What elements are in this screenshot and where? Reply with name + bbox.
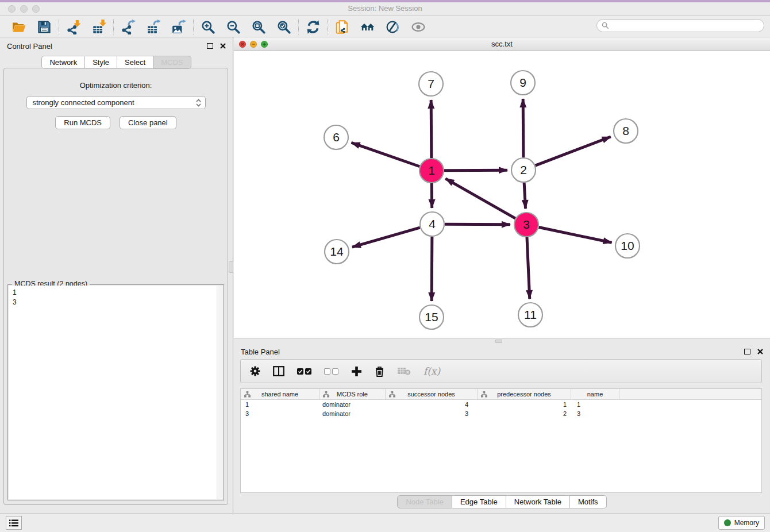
float-table-panel-icon[interactable] — [744, 349, 750, 354]
panel-splitter-grip[interactable] — [229, 261, 233, 273]
network-maximize-button[interactable] — [261, 41, 268, 48]
delete-table-button[interactable] — [397, 364, 411, 379]
tab-select[interactable]: Select — [117, 56, 153, 69]
cell-successor-nodes[interactable]: 3 — [386, 410, 478, 417]
graph-node-6[interactable]: 6 — [324, 125, 348, 149]
import-network-button[interactable] — [65, 18, 82, 36]
search-input[interactable] — [612, 22, 759, 30]
import-network-icon — [66, 20, 81, 34]
criterion-dropdown[interactable]: strongly connected component — [26, 96, 206, 109]
tab-network-table[interactable]: Network Table — [506, 495, 570, 508]
home-views-button[interactable] — [359, 18, 376, 36]
graph-edge-4-14[interactable] — [352, 228, 420, 247]
toggle-preview-button[interactable] — [410, 18, 427, 36]
zoom-in-button[interactable] — [199, 18, 217, 36]
zoom-fit-button[interactable] — [250, 18, 267, 36]
graph-edge-3-10[interactable] — [539, 228, 612, 243]
export-network-button[interactable] — [120, 18, 137, 36]
column-header-predecessor-nodes[interactable]: predecessor nodes — [478, 389, 571, 399]
graph-edge-4-3[interactable] — [445, 224, 510, 225]
graph-node-4[interactable]: 4 — [420, 212, 444, 236]
table-settings-button[interactable] — [250, 364, 260, 379]
graph-edge-2-3[interactable] — [524, 183, 525, 209]
zoom-out-button[interactable] — [225, 18, 242, 36]
cell-name[interactable]: 3 — [571, 410, 619, 417]
graph-node-9[interactable]: 9 — [511, 71, 535, 95]
network-close-button[interactable] — [239, 41, 246, 48]
function-builder-button[interactable]: f(x) — [424, 364, 440, 379]
column-header-mcds-role[interactable]: MCDS role — [319, 389, 386, 399]
column-header-shared-name[interactable]: shared name — [241, 389, 319, 399]
network-minimize-button[interactable] — [250, 41, 257, 48]
export-image-button[interactable] — [170, 18, 187, 36]
tab-motifs[interactable]: Motifs — [570, 495, 607, 508]
split-columns-button[interactable] — [273, 364, 284, 379]
cell-shared-name[interactable]: 3 — [241, 410, 319, 417]
task-history-button[interactable] — [6, 516, 22, 530]
mcds-result-text[interactable]: 1 3 — [9, 286, 223, 499]
hierarchy-icon — [481, 391, 487, 398]
table-panel: Table Panel — [234, 343, 770, 513]
graph-edge-1-6[interactable] — [351, 142, 419, 167]
result-scrollbar[interactable] — [217, 286, 223, 499]
zoom-selected-button[interactable] — [275, 18, 292, 36]
network-canvas[interactable]: 7968124314101511 — [234, 51, 770, 338]
graph-node-2[interactable]: 2 — [511, 158, 536, 182]
add-column-button[interactable] — [351, 364, 362, 379]
refresh-icon — [306, 20, 321, 34]
graph-node-15[interactable]: 15 — [419, 305, 444, 329]
horizontal-splitter[interactable] — [234, 338, 770, 343]
close-panel-button[interactable]: Close panel — [120, 116, 176, 129]
open-session-button[interactable] — [10, 18, 28, 36]
memory-button[interactable]: Memory — [718, 516, 765, 530]
refresh-network-button[interactable] — [305, 18, 322, 36]
network-graph[interactable]: 7968124314101511 — [234, 51, 770, 338]
tab-network[interactable]: Network — [41, 56, 85, 69]
deselect-all-columns-button[interactable] — [324, 364, 338, 379]
graph-node-1[interactable]: 1 — [419, 159, 444, 183]
cell-shared-name[interactable]: 1 — [241, 401, 319, 408]
graph-node-7[interactable]: 7 — [419, 72, 443, 96]
table-panel-title: Table Panel — [241, 348, 280, 356]
delete-column-button[interactable] — [375, 364, 384, 379]
graph-node-3[interactable]: 3 — [514, 213, 538, 237]
cell-successor-nodes[interactable]: 4 — [386, 401, 478, 408]
toggle-style-button[interactable] — [384, 18, 402, 36]
close-table-panel-icon[interactable] — [757, 346, 763, 357]
cell-name[interactable]: 1 — [571, 401, 619, 408]
tab-edge-table[interactable]: Edge Table — [452, 495, 506, 508]
select-all-columns-button[interactable] — [297, 364, 311, 379]
network-from-document-button[interactable] — [334, 18, 351, 36]
column-header-name[interactable]: name — [571, 389, 619, 399]
tab-style[interactable]: Style — [85, 56, 117, 69]
graph-node-14[interactable]: 14 — [325, 240, 349, 264]
graph-edge-2-9[interactable] — [523, 99, 523, 157]
import-table-button[interactable] — [90, 18, 107, 36]
cell-mcds-role[interactable]: dominator — [319, 401, 386, 408]
cell-predecessor-nodes[interactable]: 1 — [478, 401, 571, 408]
graph-edge-3-1[interactable] — [445, 179, 515, 218]
graph-node-10[interactable]: 10 — [615, 234, 640, 258]
search-field[interactable] — [596, 19, 764, 32]
graph-edge-1-2[interactable] — [444, 170, 507, 171]
unchecked-box-icon — [324, 368, 330, 375]
graph-node-11[interactable]: 11 — [518, 303, 542, 327]
tab-mcds[interactable]: MCDS — [153, 56, 191, 69]
graph-edge-2-8[interactable] — [536, 137, 611, 165]
float-panel-icon[interactable] — [207, 43, 213, 49]
graph-edge-3-11[interactable] — [527, 237, 530, 299]
export-table-button[interactable] — [145, 18, 162, 36]
column-header-successor-nodes[interactable]: successor nodes — [386, 389, 478, 399]
graph-edge-4-15[interactable] — [432, 237, 432, 301]
table-row[interactable]: 1 dominator 4 1 1 — [241, 400, 761, 409]
export-network-icon — [121, 20, 136, 34]
graph-node-8[interactable]: 8 — [614, 119, 638, 143]
graph-edge-1-7[interactable] — [431, 100, 432, 158]
cell-predecessor-nodes[interactable]: 2 — [478, 410, 571, 417]
save-session-button[interactable] — [36, 18, 53, 36]
run-mcds-button[interactable]: Run MCDS — [55, 116, 110, 129]
tab-node-table[interactable]: Node Table — [397, 495, 452, 508]
cell-mcds-role[interactable]: dominator — [319, 410, 386, 417]
close-panel-icon[interactable] — [220, 41, 226, 51]
table-row[interactable]: 3 dominator 3 2 3 — [241, 409, 761, 418]
